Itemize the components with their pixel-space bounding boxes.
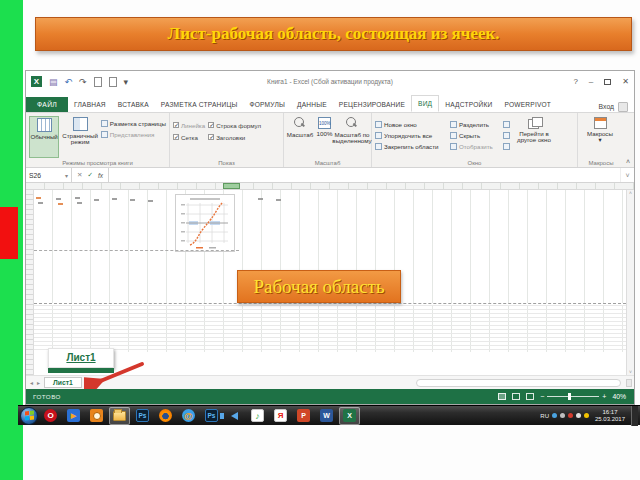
tray-battery-icon[interactable]: [584, 413, 589, 418]
undo-icon[interactable]: ↶: [65, 77, 73, 87]
custom-views-button[interactable]: Представления: [101, 131, 166, 138]
scrollbar-split-handle[interactable]: [626, 379, 632, 387]
gridlines-checkbox[interactable]: ✓ Сетка: [173, 134, 205, 141]
switch-windows-button[interactable]: Перейти в другое окно: [513, 116, 555, 159]
taskbar-photoshop[interactable]: Ps: [132, 407, 153, 425]
normal-view-icon[interactable]: [498, 393, 506, 400]
taskbar-volume[interactable]: [224, 407, 245, 425]
synchronous-scrolling-icon[interactable]: [503, 132, 510, 139]
reset-window-position-icon[interactable]: [503, 143, 510, 150]
tab-review[interactable]: РЕЦЕНЗИРОВАНИЕ: [333, 97, 411, 112]
formula-input[interactable]: [109, 168, 620, 182]
magnifier-icon: [346, 117, 358, 129]
taskbar-photo-viewer[interactable]: [86, 407, 107, 425]
page-break-view-icon[interactable]: [526, 393, 534, 400]
clock-time: 16:17: [595, 409, 625, 416]
page-layout-view-icon[interactable]: [512, 393, 520, 400]
tab-home[interactable]: ГЛАВНАЯ: [68, 97, 112, 112]
page-break-view-button[interactable]: Страничный режим: [62, 116, 98, 159]
formula-bar-checkbox[interactable]: ✓ Строка формул: [208, 122, 261, 129]
taskbar-photoshop-2[interactable]: Ps: [201, 407, 222, 425]
sheet-tab-list1[interactable]: Лист1: [44, 377, 82, 388]
tab-formulas[interactable]: ФОРМУЛЫ: [244, 97, 292, 112]
expand-formula-bar-icon[interactable]: ˅: [620, 168, 634, 182]
taskbar-word[interactable]: W: [316, 407, 337, 425]
enter-icon[interactable]: ✓: [87, 171, 92, 179]
sign-in[interactable]: Вход: [599, 102, 634, 112]
tab-file[interactable]: ФАЙЛ: [26, 97, 68, 112]
print-preview-icon[interactable]: [94, 77, 102, 87]
gridlines-label: Сетка: [181, 134, 198, 141]
tab-insert[interactable]: ВСТАВКА: [112, 97, 155, 112]
taskbar-mail-agent[interactable]: @: [178, 407, 199, 425]
zoom-button[interactable]: Масштаб: [287, 116, 313, 159]
page-break-icon: [73, 117, 88, 131]
close-button[interactable]: ✕: [622, 77, 629, 86]
unhide-button[interactable]: Отобразить: [450, 143, 500, 150]
zoom-level[interactable]: 40%: [612, 393, 626, 400]
freeze-panes-button[interactable]: Закрепить области: [375, 143, 447, 150]
taskbar-opera[interactable]: O: [40, 407, 61, 425]
redo-icon[interactable]: ↷: [79, 77, 87, 87]
tray-shield-icon[interactable]: [552, 413, 557, 418]
worksheet-area[interactable]: Рабочая область Лист1 ˄ ˅: [26, 190, 634, 375]
ruler-checkbox[interactable]: ✓ Линейка: [173, 122, 205, 129]
zoom-to-selection-button[interactable]: Масштаб по выделенному: [336, 116, 368, 159]
zoom-knob[interactable]: [568, 393, 571, 400]
tab-view[interactable]: ВИД: [411, 95, 439, 112]
prev-sheet-icon[interactable]: ◂: [30, 379, 33, 386]
macros-button[interactable]: Макросы ▾: [581, 116, 619, 159]
tray-alert-icon[interactable]: [568, 413, 573, 418]
next-sheet-icon[interactable]: ▸: [37, 379, 40, 386]
touch-mode-icon[interactable]: [109, 77, 117, 87]
qat-customize-icon[interactable]: ▾: [124, 77, 129, 87]
tab-addins[interactable]: НАДСТРОЙКИ: [439, 97, 498, 112]
normal-view-button[interactable]: Обычный: [29, 116, 59, 159]
zoom-100-button[interactable]: 100% 100%: [316, 116, 333, 159]
headings-checkbox[interactable]: ✓ Заголовки: [208, 134, 261, 141]
taskbar-clock[interactable]: 16:17 25.03.2017: [595, 409, 625, 423]
hide-button[interactable]: Скрыть: [450, 132, 500, 139]
horizontal-scrollbar[interactable]: [416, 379, 621, 387]
save-icon[interactable]: ▤: [49, 77, 58, 87]
zoom-slider[interactable]: − +: [540, 393, 606, 400]
language-indicator[interactable]: RU: [540, 413, 549, 419]
new-window-button[interactable]: Новое окно: [375, 121, 447, 128]
taskbar-powerpoint[interactable]: P: [293, 407, 314, 425]
vertical-scrollbar[interactable]: ˄ ˅: [626, 190, 634, 375]
start-button[interactable]: [20, 407, 38, 425]
zoom-track[interactable]: [547, 396, 599, 397]
name-box[interactable]: S26 ▾: [26, 168, 72, 182]
column-headers[interactable]: [26, 183, 634, 190]
taskbar-media-player[interactable]: ▶: [63, 407, 84, 425]
zoom-in-icon[interactable]: +: [602, 393, 606, 400]
arrange-all-button[interactable]: Упорядочить все: [375, 132, 447, 139]
insert-function-icon[interactable]: fx: [98, 172, 103, 179]
restore-button[interactable]: [604, 79, 611, 85]
cancel-icon[interactable]: ✕: [77, 171, 82, 179]
taskbar-yandex[interactable]: Я: [270, 407, 291, 425]
scroll-up-icon[interactable]: ˄: [629, 190, 632, 196]
taskbar-audio-app[interactable]: ♪: [247, 407, 268, 425]
tray-arrow-icon[interactable]: [560, 413, 565, 418]
word-icon: W: [320, 409, 333, 422]
taskbar-explorer[interactable]: [109, 407, 130, 425]
new-window-label: Новое окно: [384, 121, 417, 128]
view-side-by-side-icon[interactable]: [503, 121, 510, 128]
tab-data[interactable]: ДАННЫЕ: [291, 97, 333, 112]
tab-powerpivot[interactable]: POWERPIVOT: [498, 97, 557, 112]
row-headers[interactable]: [26, 190, 34, 375]
tray-volume-icon[interactable]: [576, 413, 581, 418]
help-icon[interactable]: ?: [573, 77, 577, 86]
page-layout-button[interactable]: Разметка страницы: [101, 120, 166, 127]
embedded-chart[interactable]: [175, 194, 235, 252]
show-desktop-button[interactable]: [631, 406, 638, 426]
tab-page-layout[interactable]: РАЗМЕТКА СТРАНИЦЫ: [155, 97, 244, 112]
zoom-out-icon[interactable]: −: [540, 393, 544, 400]
minimize-button[interactable]: –: [589, 77, 593, 86]
split-button[interactable]: Разделить: [450, 121, 500, 128]
collapse-ribbon-icon[interactable]: ˄: [626, 158, 630, 165]
taskbar-excel[interactable]: X: [339, 407, 360, 425]
photoshop-icon: Ps: [205, 409, 218, 422]
taskbar-firefox[interactable]: [155, 407, 176, 425]
